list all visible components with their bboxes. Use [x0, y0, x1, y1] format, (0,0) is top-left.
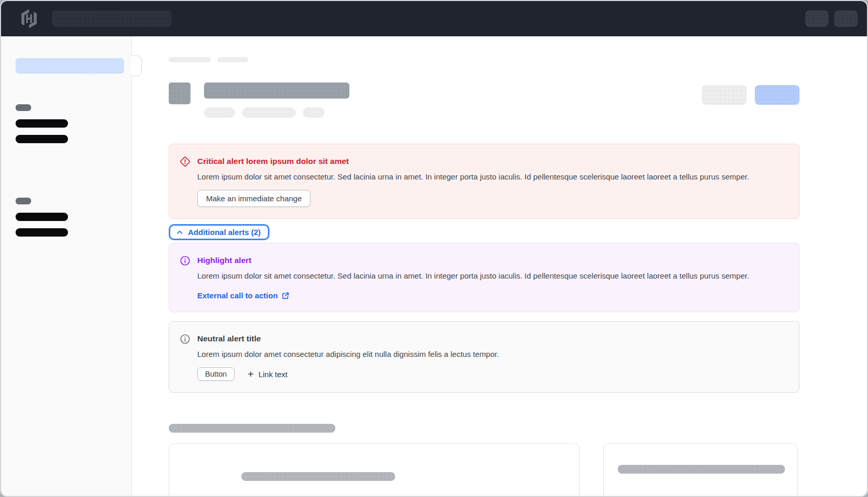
avatar-skeleton [169, 82, 191, 104]
plus-icon [247, 370, 254, 378]
page-meta-row [204, 107, 349, 118]
sidebar-item-skeleton[interactable] [16, 213, 68, 221]
sidebar-collapse-handle[interactable] [131, 56, 142, 76]
sidebar [1, 36, 132, 496]
neutral-alert-banner: Neutral alert title Lorem ipsum dolor am… [169, 321, 799, 393]
make-immediate-change-button[interactable]: Make an immediate change [197, 190, 310, 207]
page-header [169, 82, 799, 118]
sidebar-group-label-skeleton-1 [16, 104, 31, 111]
content-card-skeleton [603, 444, 798, 496]
navbar-actions [805, 10, 858, 27]
chevron-up-icon [176, 229, 183, 236]
alert-diamond-icon [180, 156, 191, 167]
info-circle-icon [180, 255, 191, 266]
page-title-block [204, 82, 349, 118]
critical-alert-banner: Critical alert lorem ipsum dolor sit ame… [169, 144, 799, 219]
app-window: Critical alert lorem ipsum dolor sit ame… [0, 0, 868, 497]
meta-badge-skeleton [242, 107, 296, 118]
top-navbar [1, 1, 867, 36]
section-title-skeleton [169, 424, 335, 433]
additional-alerts-toggle-label: Additional alerts (2) [188, 228, 261, 237]
card-bar-skeleton [241, 472, 395, 481]
card-bar-skeleton [618, 465, 785, 474]
sidebar-item-skeleton[interactable] [16, 119, 68, 128]
external-link-icon [281, 292, 290, 300]
highlight-alert-banner: Highlight alert Lorem ipsum dolor sit am… [169, 243, 799, 312]
meta-badge-skeleton [204, 107, 235, 118]
critical-alert-title: Critical alert lorem ipsum dolor sit ame… [197, 156, 789, 167]
hashicorp-logo-icon [20, 9, 38, 29]
breadcrumb-item-skeleton[interactable] [218, 57, 248, 62]
sidebar-item-skeleton[interactable] [16, 135, 68, 143]
neutral-alert-link[interactable]: Link text [247, 370, 288, 379]
primary-button-skeleton[interactable] [755, 85, 799, 105]
external-call-to-action-link[interactable]: External call to action [197, 291, 290, 300]
highlight-alert-title: Highlight alert [197, 255, 789, 266]
meta-badge-skeleton [303, 107, 324, 118]
neutral-alert-button[interactable]: Button [197, 367, 235, 381]
critical-alert-body: Lorem ipsum dolor sit amet consectetur. … [197, 171, 755, 183]
page-title-skeleton [204, 82, 349, 99]
breadcrumb [169, 57, 799, 62]
navbar-action-skeleton-1[interactable] [805, 10, 829, 27]
secondary-button-skeleton[interactable] [702, 85, 747, 105]
main-content: Critical alert lorem ipsum dolor sit ame… [132, 36, 867, 496]
highlight-alert-body: Lorem ipsum dolor sit amet consectetur. … [197, 270, 755, 282]
sidebar-active-item-skeleton[interactable] [16, 58, 124, 74]
info-circle-icon [180, 334, 191, 344]
neutral-alert-link-label: Link text [259, 370, 288, 379]
navbar-search-skeleton[interactable] [52, 10, 171, 27]
additional-alerts-toggle[interactable]: Additional alerts (2) [169, 224, 269, 240]
neutral-alert-title: Neutral alert title [197, 333, 789, 344]
neutral-alert-body: Lorem ipsum dolor amet consectetur adipi… [197, 348, 755, 360]
cards-row [169, 444, 799, 496]
breadcrumb-item-skeleton[interactable] [169, 57, 211, 62]
header-actions [702, 85, 799, 105]
navbar-action-skeleton-2[interactable] [834, 10, 858, 27]
sidebar-item-skeleton[interactable] [16, 228, 68, 237]
external-call-to-action-label: External call to action [197, 291, 278, 300]
sidebar-group-label-skeleton-2 [16, 198, 31, 204]
content-card-skeleton [169, 444, 580, 496]
